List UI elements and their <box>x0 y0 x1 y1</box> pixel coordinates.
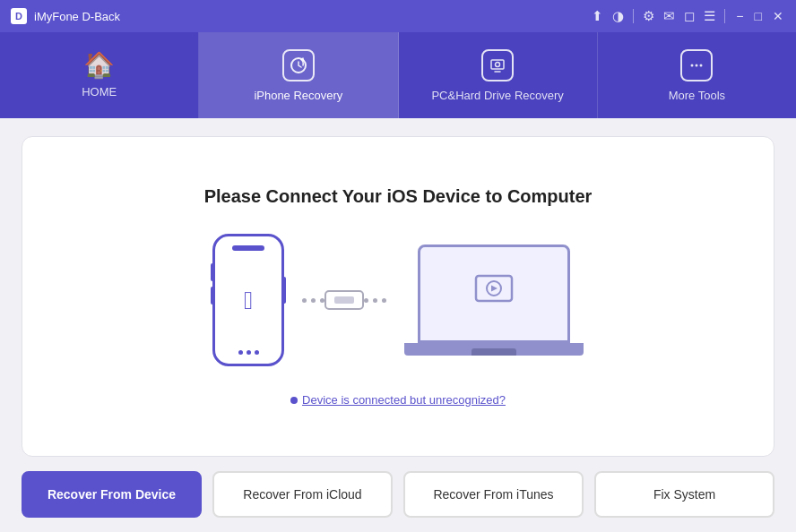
nav-item-home[interactable]: 🏠 HOME <box>0 32 199 118</box>
laptop-illustration <box>404 245 584 356</box>
connect-illustration:  <box>212 234 584 366</box>
share-icon[interactable]: ⬆ <box>592 8 603 24</box>
chat-icon[interactable]: ◻ <box>684 8 695 24</box>
phone-dots <box>238 350 259 355</box>
device-link-text[interactable]: Device is connected but unrecognized? <box>302 393 506 407</box>
phone-dot <box>247 350 251 355</box>
laptop-base <box>404 343 584 356</box>
phone-button-right <box>283 277 286 304</box>
title-bar-left: D iMyFone D-Back <box>11 8 120 24</box>
recover-from-icloud-button[interactable]: Recover From iCloud <box>212 471 393 518</box>
nav-label-pc-recovery: PC&Hard Drive Recovery <box>431 89 563 102</box>
usb-connector <box>324 290 364 310</box>
nav-item-more-tools[interactable]: More Tools <box>598 32 796 118</box>
svg-point-5 <box>700 64 703 66</box>
app-logo: D <box>11 8 27 24</box>
fix-system-button[interactable]: Fix System <box>594 471 774 518</box>
cable-dots-right <box>364 298 386 303</box>
phone-notch <box>232 245 264 251</box>
title-bar-right: ⬆ ◑ ⚙ ✉ ◻ ☰ − □ ✕ <box>592 8 785 24</box>
nav-item-iphone-recovery[interactable]: iPhone Recovery <box>199 32 398 118</box>
iphone-recovery-icon <box>282 49 315 82</box>
main-content: Please Connect Your iOS Device to Comput… <box>0 118 796 532</box>
svg-rect-1 <box>491 60 504 69</box>
apple-icon:  <box>244 287 253 315</box>
phone-dot <box>255 350 259 355</box>
menu-icon[interactable]: ☰ <box>704 8 715 24</box>
minimize-button[interactable]: − <box>734 9 745 23</box>
nav-label-more-tools: More Tools <box>669 89 725 102</box>
home-icon: 🏠 <box>83 53 115 78</box>
nav-label-iphone-recovery: iPhone Recovery <box>254 89 342 102</box>
svg-point-2 <box>496 62 500 66</box>
mail-icon[interactable]: ✉ <box>663 8 675 24</box>
title-divider2 <box>724 9 725 23</box>
title-divider <box>633 9 634 23</box>
bottom-buttons: Recover From Device Recover From iCloud … <box>22 471 774 518</box>
nav-label-home: HOME <box>82 85 117 99</box>
usb-connector-inner <box>334 296 354 304</box>
nav-item-pc-recovery[interactable]: PC&Hard Drive Recovery <box>399 32 598 118</box>
phone-illustration:  <box>212 234 284 366</box>
recover-from-device-button[interactable]: Recover From Device <box>22 471 202 518</box>
user-icon[interactable]: ◑ <box>612 8 624 24</box>
device-link-dot <box>290 397 298 404</box>
recover-from-itunes-button[interactable]: Recover From iTunes <box>403 471 584 518</box>
svg-point-3 <box>691 64 694 66</box>
device-link[interactable]: Device is connected but unrecognized? <box>290 393 506 407</box>
more-tools-icon <box>680 49 713 82</box>
phone-dot <box>238 350 243 355</box>
title-bar: D iMyFone D-Back ⬆ ◑ ⚙ ✉ ◻ ☰ − □ ✕ <box>0 0 796 32</box>
laptop-notch <box>472 348 516 356</box>
cable-dot <box>373 298 377 303</box>
svg-point-4 <box>696 64 698 66</box>
laptop-screen-content <box>472 269 516 320</box>
connect-title: Please Connect Your iOS Device to Comput… <box>204 186 593 207</box>
close-button[interactable]: ✕ <box>771 9 785 23</box>
cable-dots-left <box>302 298 324 303</box>
phone-button-left2 <box>211 287 213 305</box>
cable-dot <box>311 298 316 303</box>
cable-dot <box>302 298 307 303</box>
cable-area <box>302 290 386 310</box>
phone-button-left <box>211 263 213 281</box>
app-title: iMyFone D-Back <box>34 10 120 23</box>
pc-recovery-icon <box>481 49 514 82</box>
connect-card: Please Connect Your iOS Device to Comput… <box>22 136 774 457</box>
nav-bar: 🏠 HOME iPhone Recovery PC&Hard Drive Rec… <box>0 32 796 118</box>
cable-dot <box>382 298 386 303</box>
maximize-button[interactable]: □ <box>753 9 764 23</box>
cable-dot <box>364 298 368 303</box>
window-controls: − □ ✕ <box>734 9 785 23</box>
settings-icon[interactable]: ⚙ <box>643 8 654 24</box>
laptop-screen <box>418 245 570 343</box>
